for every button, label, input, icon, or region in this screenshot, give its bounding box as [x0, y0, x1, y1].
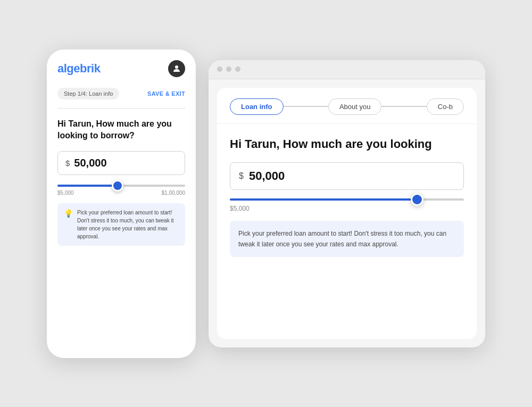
desktop-mockup: Loan info About you Co-b Hi Tarun, How m…: [209, 60, 485, 347]
tab-about-you[interactable]: About you: [328, 98, 382, 115]
desktop-slider-container[interactable]: $5,000: [230, 198, 464, 212]
step-bar: Step 1/4: Loan info SAVE & EXIT: [57, 88, 185, 99]
desktop-slider-fill: [230, 198, 417, 201]
desktop-question-title: Hi Tarun, How much are you looking: [217, 124, 477, 163]
slider-max-label: $1,00,000: [162, 190, 186, 196]
desktop-currency-sign: $: [239, 171, 244, 181]
step-connector-1: [284, 106, 328, 107]
scene: algebrik Step 1/4: Loan info SAVE & EXIT…: [0, 28, 532, 379]
phone-mockup: algebrik Step 1/4: Loan info SAVE & EXIT…: [47, 49, 196, 358]
divider: [57, 108, 185, 109]
top-bar-dot-2: [226, 67, 231, 72]
hint-icon: 💡: [64, 209, 73, 218]
desktop-hint-box: Pick your preferred loan amount to start…: [230, 221, 464, 257]
top-bar-dot-1: [217, 67, 222, 72]
save-exit-button[interactable]: SAVE & EXIT: [147, 90, 185, 97]
phone-body: Step 1/4: Loan info SAVE & EXIT Hi Tarun…: [47, 84, 196, 358]
amount-value: 50,000: [74, 157, 106, 169]
desktop-amount-value: 50,000: [249, 169, 285, 183]
question-title: Hi Tarun, How much are you looking to bo…: [57, 118, 185, 142]
desktop-slider-min-label: $5,000: [230, 205, 250, 212]
user-avatar[interactable]: [168, 60, 185, 77]
slider-labels: $5,000 $1,00,000: [57, 190, 185, 196]
slider-container[interactable]: $5,000 $1,00,000: [57, 185, 185, 196]
hint-text: Pick your preferred loan amount to start…: [77, 209, 179, 240]
desktop-hint-text: Pick your preferred loan amount to start…: [238, 230, 446, 248]
tab-loan-info[interactable]: Loan info: [230, 98, 284, 115]
slider-fill: [57, 185, 118, 187]
tab-co-borrower[interactable]: Co-b: [427, 98, 464, 115]
phone-header: algebrik: [47, 49, 196, 84]
step-connector-2: [381, 106, 426, 107]
slider-thumb[interactable]: [112, 180, 123, 192]
slider-track: [57, 185, 185, 187]
step-tabs: Loan info About you Co-b: [217, 88, 477, 124]
hint-box: 💡 Pick your preferred loan amount to sta…: [57, 203, 185, 246]
desktop-slider-labels: $5,000: [230, 205, 464, 212]
amount-input[interactable]: $ 50,000: [57, 151, 185, 175]
desktop-amount-input[interactable]: $ 50,000: [230, 162, 464, 190]
desktop-top-bar: [209, 60, 485, 79]
desktop-slider-track: [230, 198, 464, 201]
top-bar-dot-3: [235, 67, 240, 72]
desktop-slider-thumb[interactable]: [411, 193, 423, 206]
slider-min-label: $5,000: [57, 190, 74, 196]
app-logo: algebrik: [57, 62, 100, 76]
svg-point-0: [175, 65, 178, 69]
currency-sign: $: [65, 159, 70, 168]
desktop-content: Loan info About you Co-b Hi Tarun, How m…: [217, 88, 477, 339]
step-badge: Step 1/4: Loan info: [57, 88, 119, 99]
